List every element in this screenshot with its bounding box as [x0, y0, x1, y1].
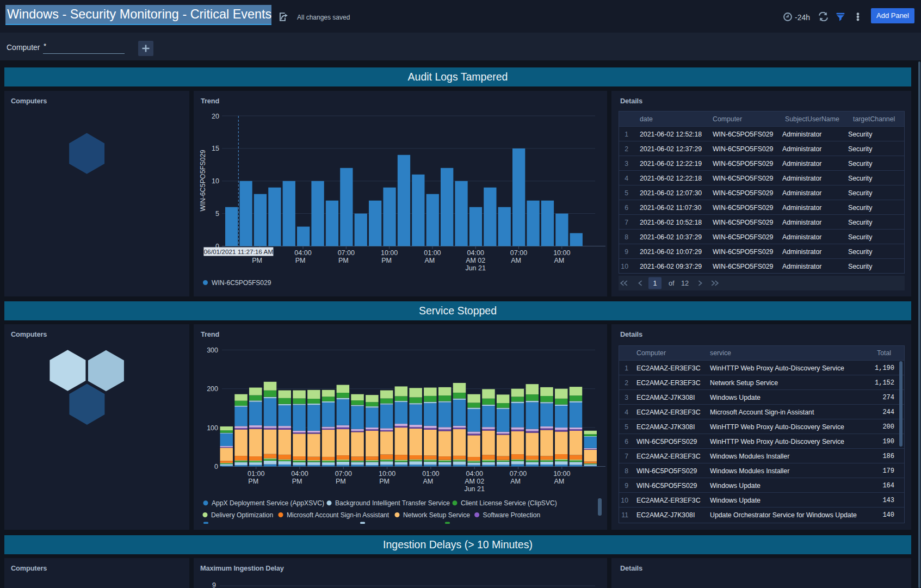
- svg-text:Delivery Optimization: Delivery Optimization: [211, 511, 273, 519]
- svg-text:10:00: 10:00: [553, 470, 570, 478]
- svg-text:PM: PM: [292, 478, 302, 485]
- svg-text:AM: AM: [423, 478, 434, 485]
- svg-text:Jun 21: Jun 21: [464, 485, 485, 493]
- svg-text:01:00: 01:00: [424, 249, 441, 257]
- svg-text:of: of: [669, 280, 675, 287]
- svg-text:PM: PM: [379, 478, 390, 485]
- svg-text:10:00: 10:00: [553, 249, 570, 257]
- svg-text:0: 0: [214, 463, 218, 471]
- svg-text:PM: PM: [252, 257, 262, 264]
- svg-text:9: 9: [212, 581, 216, 588]
- svg-text:200: 200: [207, 385, 218, 393]
- svg-text:01:00: 01:00: [422, 470, 439, 478]
- svg-text:PM: PM: [338, 257, 349, 264]
- svg-text:Jun 21: Jun 21: [465, 264, 486, 272]
- svg-text:1: 1: [653, 280, 657, 287]
- svg-text:AM 02: AM 02: [466, 257, 485, 264]
- svg-text:07:00: 07:00: [335, 470, 352, 478]
- svg-text:PM: PM: [336, 478, 346, 485]
- svg-text:20: 20: [212, 113, 219, 120]
- svg-text:Software Protection: Software Protection: [483, 511, 541, 519]
- svg-text:04:00: 04:00: [467, 249, 484, 257]
- svg-text:AM: AM: [425, 257, 435, 264]
- svg-text:Background Intelligent Transfe: Background Intelligent Transfer Service: [335, 499, 450, 507]
- svg-text:WIN-6C5PO5FS029: WIN-6C5PO5FS029: [212, 279, 271, 287]
- svg-text:07:00: 07:00: [338, 249, 355, 257]
- svg-text:04:00: 04:00: [294, 249, 311, 257]
- svg-text:PM: PM: [248, 478, 258, 485]
- svg-text:AM: AM: [510, 478, 521, 485]
- svg-text:04:00: 04:00: [291, 470, 308, 478]
- svg-text:100: 100: [207, 424, 218, 432]
- svg-text:07:00: 07:00: [510, 470, 527, 478]
- svg-text:AM: AM: [554, 478, 564, 485]
- svg-text:10:00: 10:00: [379, 470, 395, 478]
- svg-text:01:00: 01:00: [248, 470, 264, 478]
- svg-text:10:00: 10:00: [381, 249, 398, 257]
- svg-text:AM 02: AM 02: [465, 478, 484, 485]
- svg-text:5: 5: [215, 210, 219, 218]
- svg-text:Network Setup Service: Network Setup Service: [403, 511, 470, 519]
- svg-text:12: 12: [681, 280, 689, 287]
- svg-text:Client License Service (ClipSV: Client License Service (ClipSVC): [461, 499, 557, 507]
- svg-text:PM: PM: [295, 257, 306, 264]
- svg-text:15: 15: [212, 145, 219, 152]
- svg-text:04:00: 04:00: [466, 470, 483, 478]
- svg-text:PM: PM: [381, 257, 392, 264]
- svg-text:AM: AM: [511, 257, 521, 264]
- svg-text:AM: AM: [554, 257, 564, 264]
- svg-text:06/01/2021 11:27:16 AM: 06/01/2021 11:27:16 AM: [204, 248, 274, 256]
- svg-text:Microsoft Account Sign-in Assi: Microsoft Account Sign-in Assistant: [287, 511, 390, 519]
- svg-text:10: 10: [212, 177, 219, 185]
- svg-text:07:00: 07:00: [510, 249, 527, 257]
- svg-text:WIN-6C5PO5FS029: WIN-6C5PO5FS029: [199, 150, 207, 211]
- svg-text:AppX Deployment Service (AppXS: AppX Deployment Service (AppXSVC): [212, 499, 324, 507]
- svg-text:300: 300: [207, 346, 218, 354]
